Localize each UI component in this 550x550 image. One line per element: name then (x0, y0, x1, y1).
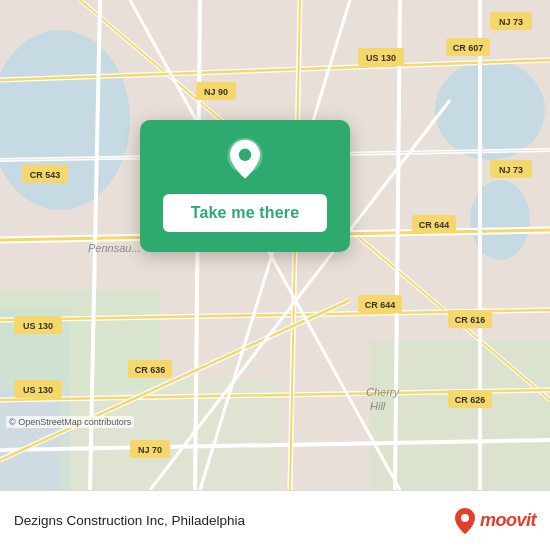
moovit-brand-name: moovit (480, 510, 536, 531)
svg-text:CR 607: CR 607 (453, 43, 484, 53)
svg-text:CR 644: CR 644 (365, 300, 396, 310)
svg-text:CR 644: CR 644 (419, 220, 450, 230)
svg-text:Hill: Hill (370, 400, 386, 412)
svg-point-63 (239, 149, 251, 161)
map-container: NJ 73 CR 607 US 130 NJ 90 CR 543 NJ 73 C… (0, 0, 550, 490)
svg-text:CR 616: CR 616 (455, 315, 486, 325)
svg-text:CR 543: CR 543 (30, 170, 61, 180)
svg-point-64 (461, 514, 469, 522)
svg-point-1 (435, 60, 545, 160)
svg-text:NJ 73: NJ 73 (499, 17, 523, 27)
svg-text:NJ 90: NJ 90 (204, 87, 228, 97)
svg-text:NJ 73: NJ 73 (499, 165, 523, 175)
location-label: Dezigns Construction Inc, Philadelphia (14, 513, 245, 528)
osm-credit: © OpenStreetMap contributors (6, 416, 134, 428)
popup-card: Take me there (140, 120, 350, 252)
svg-text:US 130: US 130 (23, 321, 53, 331)
take-me-there-button[interactable]: Take me there (163, 194, 328, 232)
svg-text:Cherry: Cherry (366, 386, 401, 398)
svg-text:US 130: US 130 (366, 53, 396, 63)
svg-text:US 130: US 130 (23, 385, 53, 395)
svg-text:NJ 70: NJ 70 (138, 445, 162, 455)
bottom-bar: Dezigns Construction Inc, Philadelphia m… (0, 490, 550, 550)
moovit-pin-icon (454, 507, 476, 535)
svg-text:Pennsau...: Pennsau... (88, 242, 141, 254)
moovit-logo: moovit (454, 507, 536, 535)
svg-text:CR 636: CR 636 (135, 365, 166, 375)
svg-text:CR 626: CR 626 (455, 395, 486, 405)
map-pin-icon (222, 138, 268, 184)
